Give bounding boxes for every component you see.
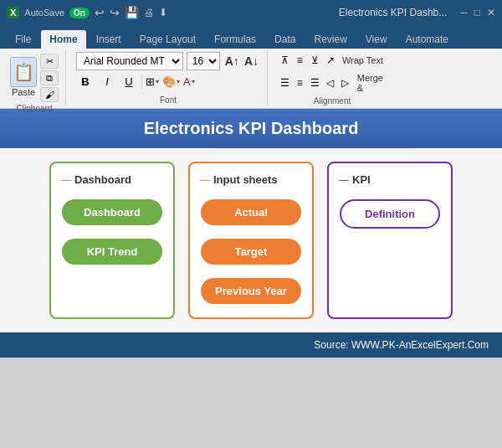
tab-data[interactable]: Data bbox=[266, 30, 304, 49]
dashboard-title: Electronics KPI Dashboard bbox=[10, 119, 492, 138]
paste-icon: 📋 bbox=[10, 57, 37, 87]
autosave-label: AutoSave bbox=[24, 8, 64, 18]
border-icon: ⊞ bbox=[146, 75, 155, 88]
font-size-buttons: A↑ A↓ bbox=[223, 54, 260, 68]
dashboard-body: — Dashboard Dashboard KPI Trend — Input … bbox=[0, 148, 502, 332]
tab-automate[interactable]: Automate bbox=[397, 30, 457, 49]
align-row-2: ☰ ≡ ☰ ◁ ▷ Merge & bbox=[278, 71, 387, 95]
separator-1 bbox=[141, 74, 142, 89]
font-color-chevron: ▾ bbox=[192, 78, 195, 85]
wrap-text-button[interactable]: Wrap Text bbox=[339, 54, 387, 67]
alignment-group: ⊼ ≡ ⊻ ↗ Wrap Text ☰ ≡ ☰ ◁ ▷ Merge & Alig… bbox=[271, 50, 393, 106]
tab-page-layout[interactable]: Page Layout bbox=[131, 30, 204, 49]
tab-review[interactable]: Review bbox=[305, 30, 355, 49]
dashboard-btn[interactable]: Dashboard bbox=[62, 199, 162, 225]
title-bar: X AutoSave On ↩ ↪ 💾 🖨 ⬇ Electronics KPI … bbox=[0, 0, 502, 25]
tab-insert[interactable]: Insert bbox=[88, 30, 130, 49]
more-icon[interactable]: ⬇ bbox=[159, 7, 167, 18]
copy-button[interactable]: ⧉ bbox=[40, 70, 59, 85]
kpi-section: — KPI Definition bbox=[327, 162, 453, 319]
source-text: Source: WWW.PK-AnExcelExpert.Com bbox=[314, 339, 489, 351]
kpi-buttons: Definition bbox=[339, 196, 441, 232]
underline-button[interactable]: U bbox=[120, 73, 138, 90]
dashboard-header: Electronics KPI Dashboard bbox=[0, 109, 502, 148]
dashboard-footer: Source: WWW.PK-AnExcelExpert.Com bbox=[0, 332, 502, 358]
ribbon-toolbar: 📋 Paste ✂ ⧉ 🖌 Clipboard Arial Rounded MT… bbox=[0, 49, 502, 109]
cut-button[interactable]: ✂ bbox=[40, 54, 59, 69]
indent-decrease-button[interactable]: ◁ bbox=[323, 75, 336, 91]
dashboard-section-dash: — bbox=[61, 174, 71, 186]
tab-formulas[interactable]: Formulas bbox=[206, 30, 264, 49]
clipboard-group-label: Clipboard bbox=[17, 102, 53, 113]
save-icon[interactable]: 💾 bbox=[125, 6, 139, 19]
kpi-section-dash: — bbox=[339, 174, 349, 186]
font-row-1: Arial Rounded MT 16 A↑ A↓ bbox=[76, 52, 260, 70]
merge-cells-button[interactable]: Merge & bbox=[354, 71, 387, 95]
tab-home[interactable]: Home bbox=[41, 30, 85, 49]
dashboard-section: — Dashboard Dashboard KPI Trend bbox=[49, 162, 175, 319]
font-name-select[interactable]: Arial Rounded MT bbox=[76, 52, 183, 70]
tab-view[interactable]: View bbox=[357, 30, 396, 49]
bold-button[interactable]: B bbox=[76, 73, 95, 90]
minimize-btn[interactable]: ─ bbox=[460, 7, 468, 18]
kpi-trend-btn[interactable]: KPI Trend bbox=[62, 239, 162, 265]
format-painter-button[interactable]: 🖌 bbox=[40, 87, 59, 102]
orientation-button[interactable]: ↗ bbox=[324, 52, 337, 69]
fill-color-icon: 🎨 bbox=[162, 75, 176, 88]
align-center-button[interactable]: ≡ bbox=[293, 75, 306, 91]
redo-icon[interactable]: ↪ bbox=[110, 6, 120, 19]
kpi-section-label: KPI bbox=[352, 173, 371, 186]
indent-increase-button[interactable]: ▷ bbox=[339, 75, 352, 91]
window-title: Electronics KPI Dashb... bbox=[339, 7, 447, 18]
align-controls: ⊼ ≡ ⊻ ↗ Wrap Text ☰ ≡ ☰ ◁ ▷ Merge & bbox=[278, 52, 387, 95]
target-btn[interactable]: Target bbox=[201, 239, 301, 265]
font-color-icon: A bbox=[183, 75, 191, 88]
fill-chevron: ▾ bbox=[177, 78, 180, 85]
border-dropdown[interactable]: ⊞ ▾ bbox=[146, 75, 159, 88]
border-chevron: ▾ bbox=[156, 78, 159, 85]
input-sheets-section-header: — Input sheets bbox=[200, 173, 302, 186]
align-left-button[interactable]: ☰ bbox=[278, 75, 291, 91]
align-top-button[interactable]: ⊼ bbox=[278, 52, 291, 69]
font-group-label: Font bbox=[160, 94, 177, 105]
font-color-dropdown[interactable]: A ▾ bbox=[183, 75, 195, 88]
title-bar-left: X AutoSave On ↩ ↪ 💾 🖨 ⬇ bbox=[7, 6, 332, 19]
previous-year-btn[interactable]: Previous Year bbox=[201, 278, 301, 304]
ribbon-tabs: File Home Insert Page Layout Formulas Da… bbox=[0, 25, 502, 49]
excel-logo: X bbox=[7, 7, 19, 18]
input-sheets-section-label: Input sheets bbox=[213, 173, 278, 186]
clipboard-group: 📋 Paste ✂ ⧉ 🖌 Clipboard bbox=[3, 50, 66, 106]
decrease-font-btn[interactable]: A↓ bbox=[243, 54, 260, 68]
increase-font-btn[interactable]: A↑ bbox=[223, 54, 241, 68]
definition-btn[interactable]: Definition bbox=[340, 199, 440, 229]
align-row-1: ⊼ ≡ ⊻ ↗ Wrap Text bbox=[278, 52, 387, 69]
italic-button[interactable]: I bbox=[98, 73, 116, 90]
font-group: Arial Rounded MT 16 A↑ A↓ B I U ⊞ ▾ bbox=[69, 50, 268, 106]
print-icon[interactable]: 🖨 bbox=[144, 7, 154, 18]
alignment-group-label: Alignment bbox=[314, 95, 351, 106]
dashboard-section-header: — Dashboard bbox=[61, 173, 163, 186]
clipboard-area: 📋 Paste ✂ ⧉ 🖌 bbox=[10, 52, 59, 102]
align-bottom-button[interactable]: ⊻ bbox=[308, 52, 321, 69]
kpi-section-header: — KPI bbox=[339, 173, 441, 186]
align-right-button[interactable]: ☰ bbox=[308, 75, 321, 91]
input-sheets-buttons: Actual Target Previous Year bbox=[200, 196, 302, 307]
input-sheets-section: — Input sheets Actual Target Previous Ye… bbox=[188, 162, 314, 319]
fill-color-dropdown[interactable]: 🎨 ▾ bbox=[162, 75, 180, 88]
align-middle-button[interactable]: ≡ bbox=[293, 52, 306, 69]
clipboard-small-buttons: ✂ ⧉ 🖌 bbox=[40, 54, 59, 102]
tab-file[interactable]: File bbox=[7, 30, 39, 49]
paste-button[interactable]: 📋 Paste bbox=[10, 57, 37, 97]
close-btn[interactable]: ✕ bbox=[487, 7, 495, 18]
undo-icon[interactable]: ↩ bbox=[95, 6, 105, 19]
maximize-btn[interactable]: □ bbox=[474, 7, 480, 18]
autosave-toggle[interactable]: On bbox=[69, 8, 90, 18]
font-size-select[interactable]: 16 bbox=[187, 52, 220, 70]
input-sheets-section-dash: — bbox=[200, 174, 210, 186]
font-row-2: B I U ⊞ ▾ 🎨 ▾ A ▾ bbox=[76, 73, 260, 90]
dashboard-buttons: Dashboard KPI Trend bbox=[61, 196, 163, 268]
dashboard-section-label: Dashboard bbox=[74, 173, 131, 186]
font-controls: Arial Rounded MT 16 A↑ A↓ B I U ⊞ ▾ bbox=[76, 52, 260, 90]
actual-btn[interactable]: Actual bbox=[201, 199, 301, 225]
